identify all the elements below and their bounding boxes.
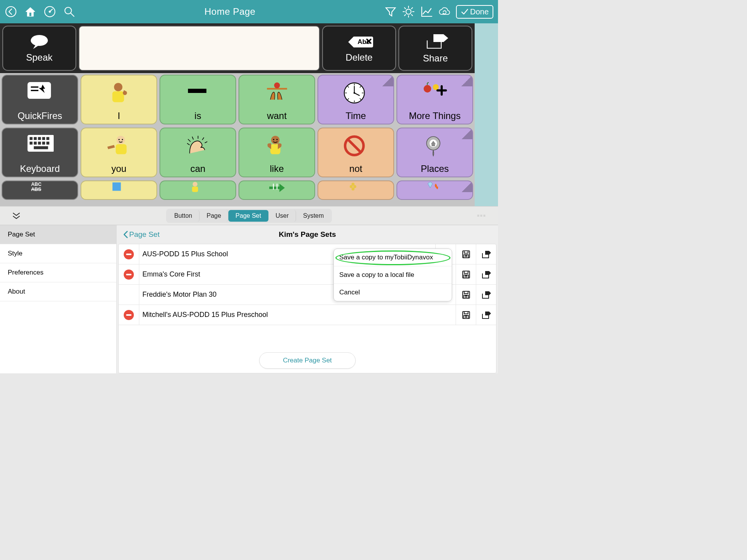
- aac-scrollbar[interactable]: [475, 23, 498, 206]
- tab-page[interactable]: Page: [200, 210, 228, 222]
- svg-rect-15: [464, 291, 468, 294]
- tab-system[interactable]: System: [296, 210, 331, 222]
- export-icon[interactable]: [476, 264, 496, 285]
- aac-tile-arrow[interactable]: [238, 180, 315, 200]
- drag-handle-icon[interactable]: ≡≡≡: [477, 214, 486, 218]
- aac-grid: Speak Abc Delete Share QuickFiresIiswant…: [0, 23, 498, 206]
- editor-sidebar: Page SetStylePreferencesAbout: [0, 225, 117, 373]
- detail-title: Kim's Page Sets: [279, 230, 336, 239]
- svg-rect-9: [464, 251, 468, 253]
- export-icon[interactable]: [476, 244, 496, 264]
- share-popover: Save a copy to myTobiiDynavox Save a cop…: [333, 248, 452, 301]
- table-row: Mitchell's AUS-PODD 15 Plus Preschool: [119, 305, 496, 325]
- export-icon[interactable]: [476, 305, 496, 325]
- aac-tile-is[interactable]: is: [160, 75, 236, 124]
- tile-label: like: [270, 163, 284, 174]
- back-link-label: Page Set: [129, 230, 160, 239]
- export-icon[interactable]: [476, 285, 496, 305]
- tile-label: I: [117, 110, 120, 121]
- editor-detail: Page Set Kim's Page Sets AUS-PODD 15 Plu…: [117, 225, 498, 373]
- message-input[interactable]: [79, 26, 320, 71]
- speak-button[interactable]: Speak: [2, 26, 76, 71]
- tile-label: Time: [345, 110, 366, 121]
- aac-tile-abc[interactable]: [2, 180, 78, 200]
- delete-row-button[interactable]: [119, 249, 139, 259]
- aac-tile-like[interactable]: like: [238, 128, 315, 177]
- tile-label: Keyboard: [20, 163, 60, 174]
- aac-tile-grapes[interactable]: [317, 180, 394, 200]
- search-icon[interactable]: [63, 5, 75, 18]
- sidebar-item-style[interactable]: Style: [0, 244, 116, 263]
- aac-tile-time[interactable]: Time: [317, 75, 394, 124]
- save-icon[interactable]: [456, 285, 476, 305]
- home-icon[interactable]: [24, 5, 37, 18]
- sidebar-item-preferences[interactable]: Preferences: [0, 263, 116, 282]
- back-link[interactable]: Page Set: [123, 230, 160, 239]
- page-set-name: Mitchell's AUS-PODD 15 Plus Preschool: [139, 311, 456, 319]
- tile-label: QuickFires: [18, 110, 62, 121]
- create-page-set-button[interactable]: Create Page Set: [259, 352, 356, 369]
- aac-tile-quickfires[interactable]: QuickFires: [2, 75, 78, 124]
- share-button[interactable]: Share: [398, 26, 472, 71]
- speak-label: Speak: [26, 52, 53, 63]
- tile-label: you: [111, 163, 126, 174]
- aac-tile-square[interactable]: [81, 180, 157, 200]
- page-title: Home Page: [82, 6, 377, 17]
- editor-tab-group: ButtonPagePage SetUserSystem: [166, 209, 332, 223]
- save-icon[interactable]: [456, 264, 476, 285]
- aac-grid-rows: QuickFiresIiswantTimeMore Things Keyboar…: [0, 73, 475, 204]
- delete-row-button[interactable]: [119, 270, 139, 280]
- share-label: Share: [423, 53, 448, 64]
- tab-button[interactable]: Button: [167, 210, 200, 222]
- aac-tile-not[interactable]: not: [317, 128, 394, 177]
- aac-tile-i[interactable]: I: [81, 75, 157, 124]
- svg-point-5: [406, 9, 411, 14]
- tab-user[interactable]: User: [268, 210, 296, 222]
- tile-label: not: [349, 163, 362, 174]
- svg-rect-18: [464, 312, 468, 314]
- tile-label: is: [195, 110, 201, 121]
- svg-point-0: [6, 7, 16, 17]
- aac-tile-you[interactable]: you: [81, 128, 157, 177]
- aac-tile-child[interactable]: [160, 180, 236, 200]
- tile-label: More Things: [409, 110, 461, 121]
- svg-rect-1: [29, 12, 32, 16]
- popover-cancel[interactable]: Cancel: [334, 284, 452, 301]
- aac-tile-keyboard[interactable]: Keyboard: [2, 128, 78, 177]
- save-icon[interactable]: [456, 244, 476, 264]
- app-toolbar: Home Page Done: [0, 0, 498, 23]
- back-icon[interactable]: [5, 5, 17, 18]
- svg-point-6: [31, 35, 48, 46]
- sidebar-item-about[interactable]: About: [0, 282, 116, 301]
- tile-label: want: [267, 110, 287, 121]
- lightbulb-icon[interactable]: [402, 5, 415, 18]
- delete-button[interactable]: Abc Delete: [322, 26, 396, 71]
- tab-page-set[interactable]: Page Set: [228, 210, 268, 222]
- cloud-sync-icon[interactable]: [438, 5, 451, 18]
- popover-save-local[interactable]: Save a copy to a local file: [334, 266, 452, 284]
- aac-tile-more-things[interactable]: More Things: [396, 75, 473, 124]
- aac-tile-places[interactable]: Places: [396, 128, 473, 177]
- save-icon[interactable]: [456, 305, 476, 325]
- editor-panel: ButtonPagePage SetUserSystem ≡≡≡ Page Se…: [0, 206, 498, 373]
- svg-rect-12: [464, 271, 468, 273]
- aac-tile-want[interactable]: want: [238, 75, 315, 124]
- done-button[interactable]: Done: [456, 5, 493, 19]
- popover-save-cloud[interactable]: Save a copy to myTobiiDynavox: [334, 249, 452, 266]
- gauge-icon[interactable]: [44, 5, 56, 18]
- done-label: Done: [470, 7, 489, 16]
- tile-label: can: [190, 163, 205, 174]
- delete-row-button[interactable]: [119, 310, 139, 320]
- sidebar-item-page-set[interactable]: Page Set: [0, 225, 116, 244]
- tile-label: Places: [421, 163, 449, 174]
- delete-label: Delete: [345, 52, 372, 63]
- svg-point-3: [49, 11, 51, 13]
- aac-tile-gemfire[interactable]: [396, 180, 473, 200]
- filter-icon[interactable]: [384, 5, 397, 18]
- aac-tile-can[interactable]: can: [160, 128, 236, 177]
- chart-icon[interactable]: [420, 5, 433, 18]
- collapse-icon[interactable]: [12, 212, 21, 220]
